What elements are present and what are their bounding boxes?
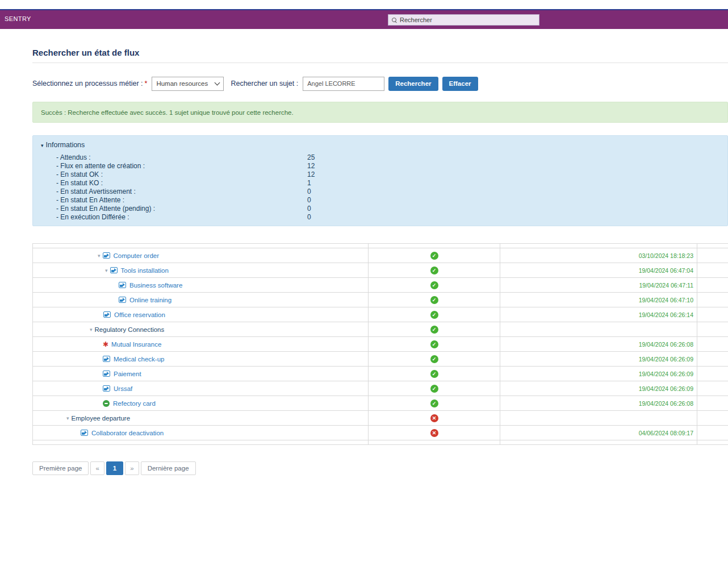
flow-table: ▾ Computer order ✓ 03/10/2024 18:18:23 ▾…	[32, 243, 728, 445]
info-value: 12	[307, 162, 315, 170]
status-ko-icon: ✕	[430, 429, 438, 437]
expand-caret-icon[interactable]: ▾	[90, 327, 93, 332]
flow-link[interactable]: Office reservation	[114, 311, 165, 318]
info-value: 12	[307, 170, 315, 178]
flow-link[interactable]: Mutual Insurance	[111, 341, 161, 348]
table-row: ▾ Employee departure ✕	[33, 411, 728, 426]
timestamp: 19/04/2024 06:47:10	[639, 297, 693, 303]
first-page-button[interactable]: Première page	[32, 461, 89, 475]
table-row: Refectory card ✓ 19/04/2024 06:26:08	[33, 396, 728, 411]
flow-icon	[103, 371, 110, 377]
last-page-button[interactable]: Dernière page	[141, 461, 196, 475]
info-label: - En statut Avertissement :	[56, 188, 136, 195]
global-search-box[interactable]	[388, 14, 539, 26]
table-row: ▾ Computer order ✓ 03/10/2024 18:18:23	[33, 248, 728, 263]
info-label: - En statut En Attente (pending) :	[56, 205, 155, 213]
status-ok-icon: ✓	[430, 385, 438, 393]
status-ok-icon: ✓	[430, 281, 438, 289]
expand-caret-icon[interactable]: ▾	[66, 415, 69, 421]
flow-icon	[81, 430, 88, 436]
caret-down-icon: ▾	[41, 143, 44, 148]
flow-icon	[103, 311, 111, 318]
status-ok-icon: ✓	[430, 355, 438, 363]
flow-icon	[119, 297, 126, 303]
flow-link[interactable]: Online training	[129, 297, 171, 303]
info-label: - En exécution Différée :	[56, 213, 129, 221]
flow-link[interactable]: Medical check-up	[114, 356, 164, 363]
table-row: Business software ✓ 19/04/2024 06:47:11	[33, 278, 728, 293]
expand-caret-icon[interactable]: ▾	[98, 253, 101, 259]
info-value: 0	[307, 188, 311, 195]
top-white-strip	[0, 0, 728, 9]
timestamp: 19/04/2024 06:26:08	[639, 400, 693, 407]
table-row: Paiement ✓ 19/04/2024 06:26:09	[33, 367, 728, 381]
informations-panel: ▾Informations - Attendus :25 - Flux en a…	[32, 135, 728, 226]
info-value: 1	[307, 179, 311, 187]
subject-label: Rechercher un sujet :	[231, 80, 298, 88]
expand-caret-icon[interactable]: ▾	[105, 268, 108, 273]
status-ok-icon: ✓	[430, 311, 438, 319]
flow-icon	[110, 267, 118, 273]
table-row: Urssaf ✓ 19/04/2024 06:26:09	[33, 381, 728, 396]
refectory-card-icon	[103, 400, 110, 407]
info-value: 0	[307, 205, 311, 213]
table-row-clipped	[33, 244, 728, 248]
global-search-input[interactable]	[400, 16, 530, 23]
group-label: Employee departure	[72, 415, 131, 422]
timestamp: 19/04/2024 06:26:08	[639, 341, 693, 348]
flow-link[interactable]: Paiement	[114, 371, 141, 377]
flow-link[interactable]: Collaborator deactivation	[91, 430, 164, 436]
timestamp: 19/04/2024 06:26:09	[639, 356, 693, 363]
flow-icon	[103, 356, 110, 362]
status-ok-icon: ✓	[430, 267, 438, 274]
table-row: Office reservation ✓ 19/04/2024 06:26:14	[33, 307, 728, 322]
info-value: 0	[307, 213, 311, 221]
timestamp: 19/04/2024 06:47:04	[639, 267, 693, 274]
pagination: Première page « 1 » Dernière page	[32, 461, 198, 475]
info-label: - Flux en attente de création :	[56, 162, 145, 170]
group-label: Regulatory Connections	[95, 326, 165, 333]
table-row: ▾ Tools installation ✓ 19/04/2024 06:47:…	[33, 263, 728, 278]
flow-link[interactable]: Computer order	[114, 252, 160, 259]
informations-header[interactable]: ▾Informations	[41, 141, 85, 149]
timestamp: 19/04/2024 06:47:11	[639, 282, 693, 289]
flow-link[interactable]: Urssaf	[114, 385, 132, 392]
search-icon	[392, 18, 397, 23]
table-row: Medical check-up ✓ 19/04/2024 06:26:09	[33, 352, 728, 367]
table-row: Collaborator deactivation ✕ 04/06/2024 0…	[33, 426, 728, 440]
timestamp: 03/10/2024 18:18:23	[639, 252, 693, 259]
table-row: ▾ Regulatory Connections ✓	[33, 322, 728, 337]
search-form: Sélectionnez un processus métier : * Hum…	[32, 76, 478, 91]
info-value: 0	[307, 196, 311, 204]
flow-icon	[103, 385, 110, 392]
process-select[interactable]: Human resources	[152, 77, 224, 91]
timestamp: 04/06/2024 08:09:17	[639, 430, 693, 436]
app-logo: SENTRY	[5, 15, 31, 22]
info-label: - En statut En Attente :	[56, 196, 124, 204]
status-ok-icon: ✓	[430, 326, 438, 334]
success-alert: Succès : Recherche effectuée avec succès…	[32, 102, 728, 123]
info-label: - Attendus :	[56, 153, 91, 161]
flow-link[interactable]: Refectory card	[113, 400, 156, 407]
gear-icon: ✱	[103, 341, 108, 348]
app-screen: SENTRY Rechercher un état de flux Sélect…	[0, 0, 728, 566]
subject-input[interactable]	[303, 77, 384, 91]
flow-link[interactable]: Tools installation	[121, 267, 169, 274]
app-header: SENTRY	[0, 10, 728, 29]
search-button[interactable]: Rechercher	[388, 77, 438, 91]
process-select-value: Human resources	[156, 80, 208, 87]
status-ok-icon: ✓	[430, 340, 438, 348]
flow-link[interactable]: Business software	[129, 282, 182, 289]
current-page-button[interactable]: 1	[106, 461, 123, 475]
flow-icon	[119, 282, 126, 288]
info-label: - En statut OK :	[56, 170, 103, 178]
previous-page-button[interactable]: «	[90, 461, 104, 475]
clear-button[interactable]: Effacer	[442, 77, 478, 91]
table-row: Online training ✓ 19/04/2024 06:47:10	[33, 293, 728, 307]
informations-title: Informations	[46, 141, 85, 149]
next-page-button[interactable]: »	[125, 461, 139, 475]
status-ok-icon: ✓	[430, 370, 438, 378]
process-label: Sélectionnez un processus métier :	[32, 80, 143, 88]
chevron-down-icon	[215, 80, 220, 86]
page-title: Rechercher un état de flux	[32, 48, 139, 57]
